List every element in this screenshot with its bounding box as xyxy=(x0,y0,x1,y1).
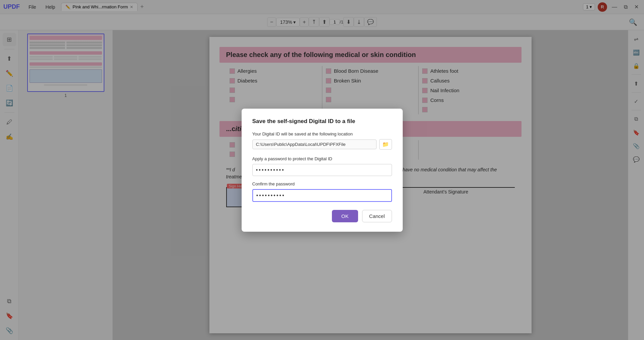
modal-title: Save the self-signed Digital ID to a fil… xyxy=(252,118,392,125)
modal-overlay: Save the self-signed Digital ID to a fil… xyxy=(0,0,644,340)
modal-confirm-input[interactable] xyxy=(252,189,392,202)
modal-password-label: Apply a password to protect the Digital … xyxy=(252,156,392,161)
modal-path-label: Your Digital ID will be saved at the fol… xyxy=(252,131,392,136)
modal-path-row: 📁 xyxy=(252,139,392,150)
modal-confirm-label: Confirm the password xyxy=(252,181,392,186)
modal-cancel-button[interactable]: Cancel xyxy=(362,210,392,222)
modal-ok-button[interactable]: OK xyxy=(332,210,358,222)
modal-password-input[interactable] xyxy=(252,164,392,176)
modal-path-input[interactable] xyxy=(252,139,377,149)
digital-id-modal: Save the self-signed Digital ID to a fil… xyxy=(242,109,403,232)
modal-buttons: OK Cancel xyxy=(252,210,392,222)
modal-folder-button[interactable]: 📁 xyxy=(379,139,392,150)
